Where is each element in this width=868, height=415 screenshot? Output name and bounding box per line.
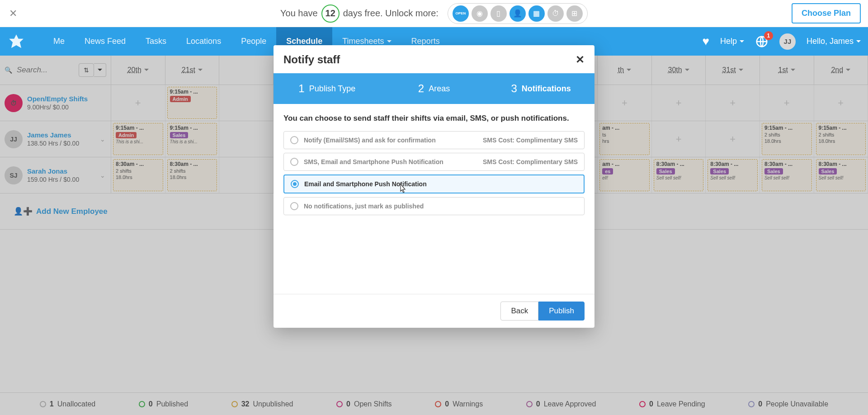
step-number: 1	[298, 82, 304, 95]
step-label: Notifications	[522, 84, 571, 94]
notification-option[interactable]: Notify (Email/SMS) and ask for confirmat…	[283, 131, 585, 149]
notifications-button[interactable]: 1	[755, 35, 769, 48]
nav-item-news-feed[interactable]: News Feed	[75, 27, 136, 56]
feature-icon-grid: ⊞	[566, 5, 583, 22]
caret-down-icon	[387, 40, 392, 45]
user-avatar[interactable]: JJ	[779, 33, 796, 50]
option-label: SMS, Email and Smartphone Push Notificat…	[304, 158, 477, 165]
radio-icon	[291, 180, 299, 188]
caret-down-icon	[740, 40, 744, 45]
feature-icon-person: 👤	[509, 5, 526, 22]
option-label: No notifications, just mark as published	[304, 203, 578, 210]
modal-close-icon[interactable]: ✕	[576, 53, 585, 66]
nav-item-people[interactable]: People	[231, 27, 276, 56]
trial-prefix: You have	[280, 8, 318, 19]
greeting-label: Hello, James	[807, 37, 854, 46]
step-label: Areas	[429, 84, 450, 94]
step-number: 2	[418, 82, 424, 95]
modal-description: You can choose to send staff their shift…	[283, 114, 585, 123]
notification-options: Notify (Email/SMS) and ask for confirmat…	[283, 131, 585, 215]
modal-header: Notify staff ✕	[274, 45, 594, 73]
user-menu[interactable]: Hello, James	[807, 37, 861, 46]
radio-icon	[290, 202, 298, 210]
notifications-badge: 1	[764, 31, 773, 40]
trial-feature-icons: OPEN ◉ ▯ 👤 ▦ ⏱ ⊞	[448, 3, 588, 24]
option-cost: SMS Cost: Complimentary SMS	[483, 158, 578, 165]
modal-footer: Back Publish	[274, 294, 594, 328]
help-label: Help	[720, 37, 737, 46]
trial-bar: ✕ You have 12 days free. Unlock more: OP…	[0, 0, 868, 27]
notify-staff-modal: Notify staff ✕ 1Publish Type2Areas3Notif…	[274, 45, 594, 328]
feature-icon-camera: ◉	[472, 5, 488, 22]
notification-option[interactable]: SMS, Email and Smartphone Push Notificat…	[283, 153, 585, 171]
help-menu[interactable]: Help	[720, 37, 744, 46]
radio-icon	[290, 158, 298, 166]
modal-title: Notify staff	[283, 53, 340, 66]
notification-option[interactable]: Email and Smartphone Push Notification	[283, 174, 585, 193]
step-number: 3	[511, 82, 517, 95]
modal-step[interactable]: 3Notifications	[487, 73, 594, 104]
trial-text: You have 12 days free. Unlock more: OPEN…	[280, 3, 588, 24]
trial-days: 12	[321, 5, 340, 23]
feature-icon-stopwatch: ⏱	[547, 5, 564, 22]
choose-plan-button[interactable]: Choose Plan	[792, 3, 861, 24]
nav-right: ♥ Help 1 JJ Hello, James	[702, 33, 861, 50]
option-label: Email and Smartphone Push Notification	[304, 180, 577, 188]
option-cost: SMS Cost: Complimentary SMS	[483, 137, 578, 144]
radio-icon	[290, 136, 298, 144]
caret-down-icon	[856, 40, 861, 45]
nav-item-tasks[interactable]: Tasks	[136, 27, 176, 56]
option-label: Notify (Email/SMS) and ask for confirmat…	[304, 137, 477, 144]
feature-icon-device: ▯	[491, 5, 507, 22]
publish-button[interactable]: Publish	[538, 302, 585, 321]
svg-marker-0	[9, 34, 24, 48]
back-button[interactable]: Back	[500, 302, 538, 321]
trial-suffix: days free. Unlock more:	[343, 8, 439, 19]
modal-steps: 1Publish Type2Areas3Notifications	[274, 73, 594, 104]
modal-step[interactable]: 2Areas	[381, 73, 488, 104]
modal-body: You can choose to send staff their shift…	[274, 104, 594, 294]
heart-icon[interactable]: ♥	[702, 34, 709, 48]
modal-step[interactable]: 1Publish Type	[274, 73, 381, 104]
logo-icon[interactable]	[7, 33, 25, 51]
feature-icon-open: OPEN	[453, 5, 469, 22]
step-label: Publish Type	[309, 84, 356, 94]
trial-close-icon[interactable]: ✕	[9, 8, 17, 19]
nav-item-locations[interactable]: Locations	[176, 27, 231, 56]
nav-item-me[interactable]: Me	[43, 27, 75, 56]
notification-option[interactable]: No notifications, just mark as published	[283, 197, 585, 215]
feature-icon-calendar: ▦	[528, 5, 545, 22]
